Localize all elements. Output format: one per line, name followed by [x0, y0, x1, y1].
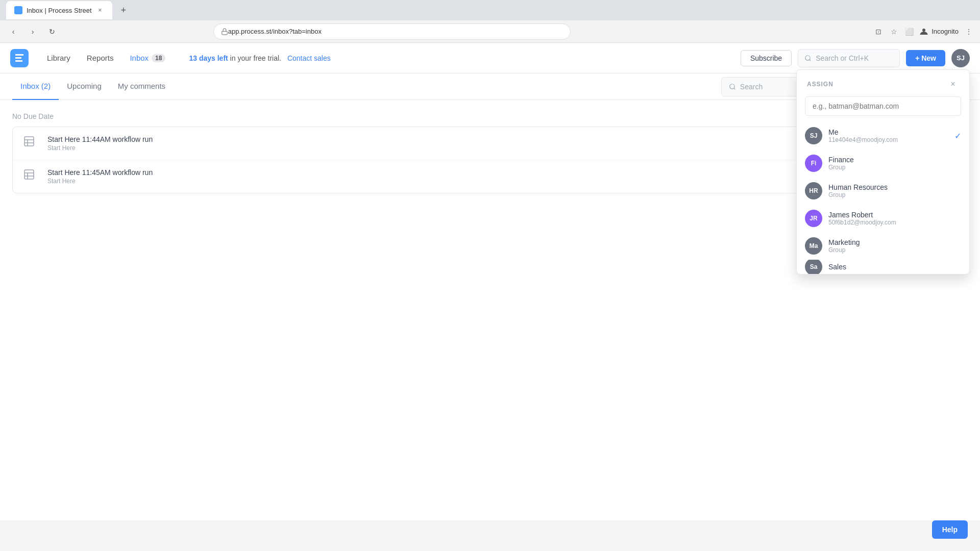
menu-button[interactable]: ⋮	[964, 27, 974, 37]
tab-my-comments[interactable]: My comments	[110, 73, 174, 100]
svg-rect-9	[24, 170, 34, 179]
svg-point-3	[805, 55, 810, 60]
assign-sub-james: 50f6b1d2@moodjoy.com	[828, 219, 961, 226]
incognito-icon	[919, 27, 928, 36]
tab-inbox[interactable]: Inbox (2)	[12, 73, 59, 100]
extensions-icon[interactable]: ⬜	[904, 27, 914, 37]
trial-suffix: in your free trial.	[230, 54, 281, 62]
svg-point-4	[730, 84, 734, 88]
assign-info-me: Me 11e404e4@moodjoy.com	[828, 128, 948, 143]
assign-info-james: James Robert 50f6b1d2@moodjoy.com	[828, 211, 961, 226]
assign-info-finance: Finance Group	[828, 156, 961, 171]
assign-name-james: James Robert	[828, 211, 961, 219]
assign-item-me[interactable]: SJ Me 11e404e4@moodjoy.com ✓	[797, 122, 969, 149]
assign-list: SJ Me 11e404e4@moodjoy.com ✓ Fi Finance …	[797, 122, 969, 274]
browser-chrome: Inbox | Process Street × +	[0, 0, 980, 20]
assign-name-finance: Finance	[828, 156, 961, 164]
assign-check-me: ✓	[954, 131, 961, 141]
assign-name-hr: Human Resources	[828, 183, 961, 191]
assign-item-finance[interactable]: Fi Finance Group	[797, 149, 969, 177]
assign-header: ASSIGN ×	[797, 70, 969, 90]
app-content: Library Reports Inbox 18 13 days left in…	[0, 43, 980, 520]
cast-icon[interactable]: ⊡	[873, 27, 884, 37]
refresh-button[interactable]: ↻	[45, 24, 59, 39]
search-icon	[804, 55, 812, 62]
url-text: app.process.st/inbox?tab=inbox	[228, 28, 322, 35]
workflow-icon-1	[23, 135, 39, 152]
assign-sub-finance: Group	[828, 164, 961, 171]
lock-icon	[221, 28, 228, 35]
app-header: Library Reports Inbox 18 13 days left in…	[0, 43, 980, 73]
new-button[interactable]: + New	[906, 50, 945, 66]
assign-info-sales: Sales	[828, 263, 961, 271]
contact-sales-link[interactable]: Contact sales	[287, 54, 331, 62]
incognito-badge: Incognito	[919, 27, 959, 36]
forward-button[interactable]: ›	[26, 24, 40, 39]
assign-sub-hr: Group	[828, 191, 961, 198]
nav-inbox[interactable]: Inbox 18	[121, 43, 174, 73]
assign-avatar-finance: Fi	[805, 155, 822, 172]
search-placeholder: Search or Ctrl+K	[816, 54, 869, 62]
tab-favicon	[14, 6, 22, 14]
new-tab-button[interactable]: +	[116, 3, 131, 17]
search-input-placeholder: Search	[740, 83, 763, 91]
assign-info-hr: Human Resources Group	[828, 183, 961, 198]
assign-item-hr[interactable]: HR Human Resources Group	[797, 177, 969, 205]
nav-reports[interactable]: Reports	[79, 43, 122, 73]
inbox-badge: 18	[152, 54, 165, 62]
assign-name-marketing: Marketing	[828, 238, 961, 246]
assign-avatar-james: JR	[805, 210, 822, 227]
subscribe-button[interactable]: Subscribe	[741, 50, 792, 66]
tab-upcoming[interactable]: Upcoming	[59, 73, 110, 100]
browser-toolbar: ⊡ ☆ ⬜ Incognito ⋮	[873, 27, 974, 37]
assign-dropdown: ASSIGN × SJ Me 11e404e4@moodjoy.com ✓ Fi…	[796, 69, 970, 274]
assign-name-sales: Sales	[828, 263, 961, 271]
search-icon-small	[729, 83, 736, 90]
assign-info-marketing: Marketing Group	[828, 238, 961, 254]
assign-close-button[interactable]: ×	[947, 78, 959, 90]
url-bar[interactable]: app.process.st/inbox?tab=inbox	[213, 23, 571, 40]
incognito-label: Incognito	[932, 28, 959, 35]
assign-avatar-hr: HR	[805, 182, 822, 199]
assign-avatar-sales: Sa	[805, 260, 822, 274]
trial-banner: 13 days left in your free trial. Contact…	[189, 54, 330, 62]
svg-point-1	[922, 29, 925, 32]
assign-item-marketing[interactable]: Ma Marketing Group	[797, 232, 969, 260]
assign-name-me: Me	[828, 128, 948, 136]
address-bar: ‹ › ↻ app.process.st/inbox?tab=inbox ⊡ ☆…	[0, 20, 980, 43]
app-logo[interactable]	[10, 49, 29, 67]
workflow-icon-2	[23, 168, 39, 185]
tab-close-button[interactable]: ×	[96, 6, 104, 14]
svg-rect-0	[222, 31, 227, 34]
avatar[interactable]: SJ	[951, 49, 970, 67]
assign-sub-me: 11e404e4@moodjoy.com	[828, 136, 948, 143]
assign-search-input[interactable]	[805, 96, 961, 116]
bookmark-icon[interactable]: ☆	[889, 27, 899, 37]
assign-item-sales[interactable]: Sa Sales	[797, 260, 969, 274]
assign-title: ASSIGN	[807, 81, 834, 88]
trial-days: 13 days left	[189, 54, 228, 62]
assign-item-james[interactable]: JR James Robert 50f6b1d2@moodjoy.com	[797, 205, 969, 232]
nav-library[interactable]: Library	[39, 43, 79, 73]
assign-sub-marketing: Group	[828, 246, 961, 254]
browser-tab[interactable]: Inbox | Process Street ×	[6, 1, 112, 19]
assign-avatar-marketing: Ma	[805, 237, 822, 255]
back-button[interactable]: ‹	[6, 24, 20, 39]
svg-rect-5	[24, 137, 34, 146]
tab-title: Inbox | Process Street	[27, 7, 92, 14]
global-search[interactable]: Search or Ctrl+K	[798, 49, 900, 67]
assign-avatar-me: SJ	[805, 127, 822, 144]
